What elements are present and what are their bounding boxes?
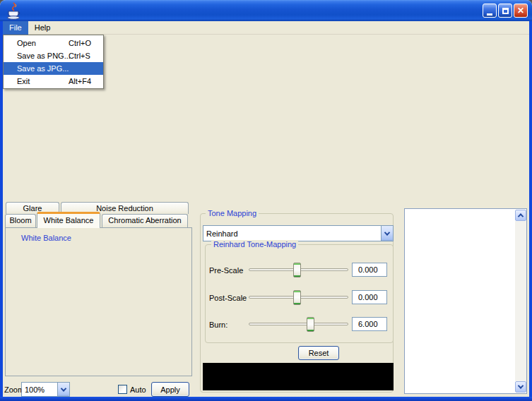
post-scale-slider[interactable] [249,290,348,305]
maximize-button[interactable] [498,4,512,18]
app-window: ✕ File Help Open Ctrl+O Save as PNG... C… [0,0,532,401]
chevron-down-icon[interactable] [57,383,69,396]
pre-scale-slider[interactable] [249,263,348,277]
post-scale-label: Post-Scale [209,294,247,302]
slider-thumb[interactable] [293,290,301,305]
menu-item-label: Open [17,37,36,49]
auto-label: Auto [130,385,146,394]
menu-item-save-as-jpg[interactable]: Save as JPG... [4,62,103,75]
menu-item-open[interactable]: Open Ctrl+O [4,37,103,49]
tone-mapping-reset-button[interactable]: Reset [298,346,339,360]
tone-mapping-operator-value: Reinhard [203,229,381,238]
zoom-combo-value: 100% [22,385,57,394]
auto-checkbox[interactable] [118,385,127,394]
slider-track[interactable] [249,323,348,325]
menu-item-shortcut: Alt+F4 [69,75,91,88]
tone-curve-preview [203,363,394,390]
menu-item-label: Save as PNG... [17,49,71,62]
maximize-icon [502,8,509,14]
menu-item-shortcut: Ctrl+O [69,37,91,49]
burn-slider[interactable] [249,317,348,332]
slider-thumb[interactable] [293,263,301,277]
window-border-bottom [0,397,532,401]
menu-item-save-as-png[interactable]: Save as PNG... Ctrl+S [4,49,103,62]
tone-mapping-group-title: Tone Mapping [206,209,259,217]
minimize-icon [487,13,492,16]
button-label: Apply [160,385,180,394]
menu-item-exit[interactable]: Exit Alt+F4 [4,75,103,88]
java-logo-icon [6,2,21,20]
pre-scale-field[interactable] [352,263,387,277]
menu-file[interactable]: File [3,21,28,35]
post-scale-field[interactable] [352,290,387,304]
pre-scale-label: Pre-Scale [209,266,243,275]
slider-thumb[interactable] [307,317,314,332]
button-label: Reset [309,349,329,357]
window-border-right [529,21,532,401]
scrollbar-track[interactable] [515,221,526,381]
title-bar[interactable]: ✕ [0,0,532,21]
burn-field[interactable] [352,317,387,331]
tab-chromatic-aberration[interactable]: Chromatic Aberration [102,214,188,227]
reinhard-group-title: Reinhard Tone-Mapping [211,240,298,249]
burn-label: Burn: [209,321,227,329]
tab-white-balance[interactable]: White Balance [37,212,100,228]
white-balance-group-title: White Balance [19,234,73,242]
menu-item-label: Exit [17,75,30,88]
image-preview-pane[interactable] [404,208,527,394]
white-balance-tab-page [5,227,192,376]
file-menu-popup: Open Ctrl+O Save as PNG... Ctrl+S Save a… [3,35,104,89]
chevron-down-icon[interactable] [381,226,393,241]
menu-item-label: Save as JPG... [17,62,69,75]
scroll-down-icon [518,383,524,388]
apply-button[interactable]: Apply [151,382,189,397]
scroll-up-icon [518,213,524,219]
tone-mapping-operator-combo[interactable]: Reinhard [203,225,394,241]
menu-bar: File Help [3,21,529,35]
close-button[interactable]: ✕ [514,4,528,18]
minimize-button[interactable] [483,4,497,18]
zoom-combo[interactable]: 100% [21,382,70,397]
scroll-down-button[interactable] [515,381,526,393]
menu-item-shortcut: Ctrl+S [69,49,90,62]
menu-help[interactable]: Help [28,21,57,35]
close-icon: ✕ [517,6,524,15]
scroll-up-button[interactable] [515,210,526,221]
tab-bloom[interactable]: Bloom [5,214,36,227]
